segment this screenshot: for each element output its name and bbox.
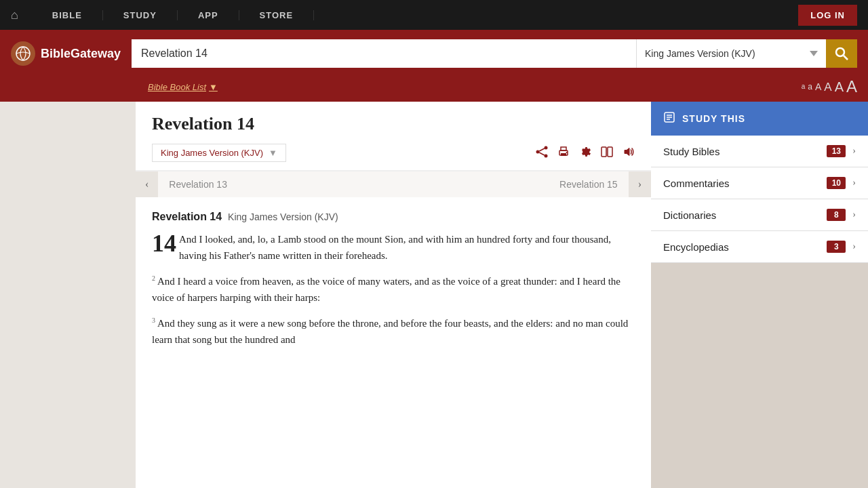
nav-study[interactable]: STUDY <box>103 10 178 20</box>
study-this-header: STUDY THIS <box>651 102 868 136</box>
font-size-xl[interactable]: A <box>835 80 844 94</box>
bible-book-list-label: Bible Book List <box>148 82 206 92</box>
prev-chapter-arrow-icon[interactable]: ‹ <box>136 171 158 197</box>
search-button[interactable] <box>826 39 857 68</box>
font-size-xs[interactable]: a <box>802 83 806 90</box>
study-bibles-arrow-icon: › <box>852 146 856 157</box>
chapter-reference: Revelation 14 King James Version (KJV) <box>152 211 635 223</box>
study-item-commentaries[interactable]: Commentaries 10 › <box>651 167 868 199</box>
verse-1-number: 14 <box>152 231 176 256</box>
commentaries-count: 10 <box>827 177 846 189</box>
font-size-sm[interactable]: a <box>808 83 812 91</box>
chapter-title: Revelation 14 <box>152 114 635 134</box>
home-icon[interactable]: ⌂ <box>11 8 18 22</box>
logo-text: BibleGateway <box>41 47 121 61</box>
nav-app[interactable]: APP <box>178 10 239 20</box>
sub-navigation: Bible Book List ▼ a a A A A A <box>0 75 868 102</box>
encyclopedias-count: 3 <box>827 241 846 253</box>
svg-point-3 <box>545 146 548 149</box>
font-size-md[interactable]: A <box>815 82 821 92</box>
bible-panel-header: Revelation 14 King James Version (KJV) ▼ <box>136 102 651 171</box>
dictionaries-label: Dictionaries <box>663 209 827 221</box>
encyclopedias-arrow-icon: › <box>852 241 856 252</box>
next-chapter-label[interactable]: Revelation 15 <box>549 172 629 197</box>
study-panel: STUDY THIS Study Bibles 13 › Commentarie… <box>651 102 868 488</box>
version-pill[interactable]: King James Version (KJV) ▼ <box>152 144 286 162</box>
verse-3: 3 And they sung as it were a new song be… <box>152 315 635 348</box>
version-pill-label: King James Version (KJV) <box>161 148 263 158</box>
verse-2-text: And I heard a voice from heaven, as the … <box>152 276 620 303</box>
svg-point-1 <box>836 48 844 56</box>
bible-panel: Revelation 14 King James Version (KJV) ▼ <box>136 102 651 488</box>
bible-book-list-link[interactable]: Bible Book List ▼ <box>148 82 218 92</box>
font-size-xxl[interactable]: A <box>846 79 857 95</box>
share-icon[interactable] <box>536 146 548 161</box>
dropdown-arrow-icon: ▼ <box>209 82 218 92</box>
version-bar: King James Version (KJV) ▼ <box>152 144 635 162</box>
prev-chapter-label[interactable]: Revelation 13 <box>158 172 238 197</box>
chapter-navigation: ‹ Revelation 13 Revelation 15 › <box>136 171 651 197</box>
study-item-dictionaries[interactable]: Dictionaries 8 › <box>651 199 868 231</box>
logo-icon <box>11 41 35 66</box>
svg-point-0 <box>16 47 30 60</box>
font-size-controls: a a A A A A <box>802 79 857 95</box>
logo: BibleGateway <box>11 41 121 66</box>
svg-point-5 <box>545 154 548 157</box>
svg-rect-10 <box>561 153 566 156</box>
search-input[interactable] <box>132 39 636 68</box>
font-size-lg[interactable]: A <box>824 81 831 93</box>
study-bibles-count: 13 <box>827 145 846 157</box>
study-bibles-label: Study Bibles <box>663 146 827 157</box>
columns-icon[interactable] <box>601 146 613 161</box>
chapter-ref-text: Revelation 14 <box>152 211 222 222</box>
next-chapter-arrow-icon[interactable]: › <box>629 171 651 197</box>
login-button[interactable]: LOG IN <box>798 5 857 26</box>
encyclopedias-label: Encyclopedias <box>663 241 827 253</box>
dictionaries-count: 8 <box>827 209 846 221</box>
commentaries-arrow-icon: › <box>852 178 856 188</box>
svg-rect-9 <box>561 147 566 150</box>
top-navigation: ⌂ BIBLE STUDY APP STORE LOG IN <box>0 0 868 30</box>
svg-line-2 <box>844 56 848 60</box>
svg-point-11 <box>566 152 568 153</box>
commentaries-label: Commentaries <box>663 178 827 189</box>
gear-icon[interactable] <box>579 146 591 161</box>
study-this-icon <box>663 111 675 126</box>
verse-1-text: And I looked, and, lo, a Lamb stood on t… <box>179 234 611 261</box>
svg-line-6 <box>539 148 545 151</box>
search-bar-area: BibleGateway King James Version (KJV) Ne… <box>0 30 868 75</box>
print-icon[interactable] <box>557 146 570 161</box>
bible-text: Revelation 14 King James Version (KJV) 1… <box>136 197 651 371</box>
verse-3-text: And they sung as it were a new song befo… <box>152 318 628 345</box>
left-gutter <box>0 102 136 488</box>
verse-2: 2 And I heard a voice from heaven, as th… <box>152 273 635 306</box>
svg-point-4 <box>536 150 540 153</box>
verse-3-number: 3 <box>152 317 155 324</box>
svg-rect-12 <box>601 147 606 157</box>
verse-2-number: 2 <box>152 274 155 282</box>
nav-store[interactable]: STORE <box>239 10 315 20</box>
chapter-ref-version: King James Version (KJV) <box>228 211 338 222</box>
dictionaries-arrow-icon: › <box>852 209 856 220</box>
svg-line-7 <box>539 152 545 155</box>
version-pill-arrow-icon: ▼ <box>269 148 277 158</box>
study-item-encyclopedias[interactable]: Encyclopedias 3 › <box>651 231 868 263</box>
right-panel-bottom <box>651 263 868 488</box>
study-this-label: STUDY THIS <box>682 113 745 124</box>
verse-1: 14 And I looked, and, lo, a Lamb stood o… <box>152 231 635 264</box>
version-select[interactable]: King James Version (KJV) New Internation… <box>636 39 826 68</box>
audio-icon[interactable] <box>623 146 635 161</box>
study-item-study-bibles[interactable]: Study Bibles 13 › <box>651 136 868 167</box>
toolbar-icons <box>536 146 635 161</box>
main-area: Revelation 14 King James Version (KJV) ▼ <box>0 102 868 488</box>
svg-rect-13 <box>608 147 612 157</box>
nav-bible[interactable]: BIBLE <box>32 10 103 20</box>
